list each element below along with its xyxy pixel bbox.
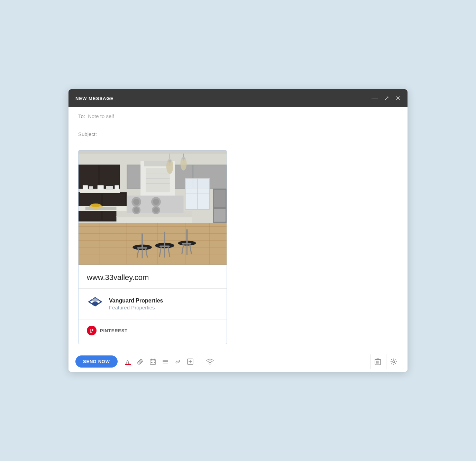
subject-label: Subject: xyxy=(78,131,97,137)
vanguard-logo-icon xyxy=(87,296,103,312)
to-row: To: Note to self xyxy=(68,107,408,125)
format-text-icon[interactable]: A xyxy=(122,356,134,367)
card-source-text: Vanguard Properties Featured Properties xyxy=(109,298,163,310)
svg-point-66 xyxy=(153,199,159,205)
svg-rect-18 xyxy=(79,165,98,188)
svg-rect-25 xyxy=(141,234,143,248)
svg-point-64 xyxy=(133,199,139,205)
svg-rect-95 xyxy=(153,362,153,363)
trash-icon[interactable] xyxy=(370,354,385,369)
card-source-row: Vanguard Properties Featured Properties xyxy=(79,289,227,319)
window-title: NEW MESSAGE xyxy=(75,96,113,101)
to-value[interactable]: Note to self xyxy=(88,113,114,119)
email-body: www.33valley.com Vanguard Properties Fea… xyxy=(68,143,408,351)
svg-rect-79 xyxy=(106,186,113,190)
compose-toolbar: SEND NOW A xyxy=(68,351,408,372)
to-label: To: xyxy=(78,113,85,119)
expand-icon[interactable]: ⤢ xyxy=(384,95,389,101)
toolbar-divider xyxy=(200,357,200,367)
close-icon[interactable]: ✕ xyxy=(395,95,401,101)
send-now-button[interactable]: SEND NOW xyxy=(75,355,118,368)
link-preview-card: www.33valley.com Vanguard Properties Fea… xyxy=(78,150,227,344)
wifi-icon[interactable] xyxy=(204,356,216,367)
settings-icon[interactable] xyxy=(386,354,401,369)
svg-rect-73 xyxy=(214,209,226,222)
card-url[interactable]: www.33valley.com xyxy=(79,265,227,289)
vanguard-sub: Featured Properties xyxy=(109,305,163,310)
svg-rect-72 xyxy=(214,190,226,207)
svg-point-103 xyxy=(209,363,210,364)
svg-rect-96 xyxy=(154,362,155,363)
svg-rect-32 xyxy=(159,245,170,247)
svg-text:A: A xyxy=(126,359,130,365)
svg-rect-52 xyxy=(146,168,170,192)
attach-icon[interactable] xyxy=(135,356,146,367)
list-icon[interactable] xyxy=(160,356,171,367)
card-social-row: P PINTEREST xyxy=(79,319,227,342)
email-compose-window: NEW MESSAGE — ⤢ ✕ To: Note to self Subje… xyxy=(68,89,408,372)
subject-row: Subject: xyxy=(68,125,408,143)
svg-point-61 xyxy=(182,157,185,160)
svg-rect-0 xyxy=(79,220,227,264)
svg-rect-78 xyxy=(98,185,104,190)
subject-input[interactable] xyxy=(100,131,398,137)
pinterest-icon: P xyxy=(87,326,97,335)
svg-rect-74 xyxy=(79,151,227,154)
svg-text:P: P xyxy=(90,327,93,334)
svg-rect-77 xyxy=(89,186,93,190)
minimize-icon[interactable]: — xyxy=(372,95,378,101)
svg-rect-37 xyxy=(186,229,188,244)
svg-rect-94 xyxy=(151,362,152,363)
title-bar: NEW MESSAGE — ⤢ ✕ xyxy=(68,89,408,107)
vanguard-name: Vanguard Properties xyxy=(109,298,163,304)
svg-point-68 xyxy=(134,207,139,213)
svg-rect-19 xyxy=(100,165,119,188)
calendar-icon[interactable] xyxy=(147,356,158,367)
svg-rect-31 xyxy=(164,232,165,246)
svg-point-58 xyxy=(168,160,171,163)
link-icon[interactable] xyxy=(172,356,183,367)
svg-rect-80 xyxy=(115,185,119,190)
svg-rect-76 xyxy=(83,185,88,190)
window-controls: — ⤢ ✕ xyxy=(372,95,401,101)
pinterest-label: PINTEREST xyxy=(100,328,128,333)
svg-point-70 xyxy=(153,207,159,213)
svg-marker-85 xyxy=(91,298,99,302)
add-icon[interactable] xyxy=(185,356,196,367)
svg-point-82 xyxy=(91,204,101,207)
property-image xyxy=(79,151,227,265)
svg-rect-38 xyxy=(182,243,192,245)
kitchen-image-svg xyxy=(79,151,227,265)
svg-rect-75 xyxy=(80,189,120,193)
svg-point-109 xyxy=(393,361,395,363)
svg-rect-26 xyxy=(137,247,147,248)
